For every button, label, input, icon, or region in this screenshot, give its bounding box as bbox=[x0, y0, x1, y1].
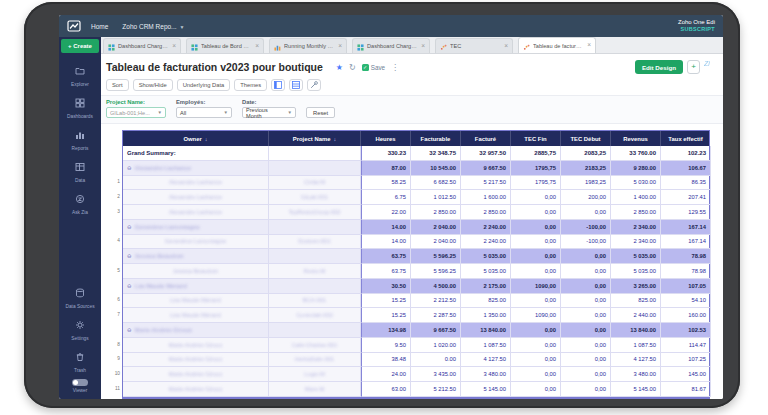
sidebar-item-explorer[interactable]: Explorer bbox=[59, 62, 101, 87]
column-header-revenus[interactable]: Revenus bbox=[611, 131, 661, 146]
value-cell: 1 087.50 bbox=[461, 338, 511, 353]
column-header-owner[interactable]: Owner↓ bbox=[123, 131, 269, 146]
value-cell: 86.35 bbox=[661, 176, 711, 191]
create-button[interactable]: + Create bbox=[61, 39, 99, 53]
save-button[interactable]: ✓ Save bbox=[362, 64, 385, 71]
column-header-tec-fin[interactable]: TEC Fin bbox=[511, 131, 561, 146]
close-icon[interactable]: × bbox=[504, 43, 508, 50]
add-button[interactable]: + bbox=[687, 60, 700, 74]
more-options-icon[interactable]: ⋮ bbox=[391, 63, 399, 72]
dashboard-icon bbox=[191, 37, 198, 55]
table-view-button[interactable] bbox=[289, 79, 303, 91]
employee-filter-select[interactable]: All▼ bbox=[176, 107, 232, 118]
value-cell: -100,00 bbox=[561, 220, 611, 235]
close-icon[interactable]: × bbox=[587, 42, 591, 49]
row-number-gutter-cell bbox=[109, 130, 122, 145]
close-icon[interactable]: × bbox=[172, 43, 176, 50]
value-cell: 14.00 bbox=[361, 220, 411, 235]
owner-name: Léa Maude Ménard bbox=[170, 312, 220, 318]
column-header-project-name[interactable]: Project Name↓ bbox=[269, 131, 361, 146]
bar-chart-icon bbox=[274, 37, 281, 55]
owner-cell: ⊖Léa Maude Ménard bbox=[123, 279, 269, 294]
sidebar-item-ask-zia[interactable]: Ask Zia bbox=[59, 190, 101, 215]
subscription-link[interactable]: SUBSCRIPT bbox=[678, 26, 715, 33]
project-filter-select[interactable]: GILab-001;He...▼ bbox=[106, 107, 166, 118]
sidebar-item-data[interactable]: Data bbox=[59, 158, 101, 183]
sidebar-item-reports[interactable]: Reports bbox=[59, 126, 101, 151]
project-name: Resto-M bbox=[304, 268, 326, 274]
sort-descending-icon[interactable]: ↓ bbox=[205, 136, 208, 142]
row-number-gutter-cell bbox=[109, 219, 122, 234]
value-cell: 106.67 bbox=[661, 161, 711, 176]
value-cell: 15.25 bbox=[361, 294, 411, 309]
column-header-heures[interactable]: Heures bbox=[361, 131, 411, 146]
group-summary-row: ⊖Jessica Beaudoin63.755 596.255 035.000,… bbox=[123, 249, 709, 264]
value-cell: 0,00 bbox=[511, 382, 561, 397]
value-cell: 4 127.50 bbox=[461, 353, 511, 368]
date-filter-select[interactable]: Previous Month▼ bbox=[242, 107, 296, 118]
sidebar-item-trash[interactable]: Trash bbox=[59, 348, 101, 373]
sidebar-item-label: Trash bbox=[74, 368, 86, 373]
value-cell: 15.25 bbox=[361, 308, 411, 323]
tab-3[interactable]: Running Monthly Eff...× bbox=[269, 38, 347, 53]
sidebar-item-settings[interactable]: Settings bbox=[59, 316, 101, 341]
workspace-switcher[interactable]: Zoho CRM Repo...▼ bbox=[122, 23, 184, 30]
tab-5[interactable]: TEC× bbox=[435, 38, 513, 53]
sort-button[interactable]: Sort bbox=[106, 79, 129, 91]
row-number: 4 bbox=[109, 234, 122, 249]
close-icon[interactable]: × bbox=[255, 43, 259, 50]
main-area: Dashboard Chargé d...×Tableau de Bord Em… bbox=[101, 37, 723, 399]
viewer-toggle[interactable]: Viewer bbox=[72, 379, 88, 393]
zia-icon[interactable]: Zi bbox=[704, 60, 713, 74]
freeze-columns-button[interactable] bbox=[271, 79, 285, 91]
column-header-tec-début[interactable]: TEC Début bbox=[561, 131, 611, 146]
collapse-group-icon[interactable]: ⊖ bbox=[127, 224, 132, 230]
page: Home Zoho CRM Repo...▼ Zoho One Edi SUBS… bbox=[0, 0, 768, 415]
value-cell: 0,00 bbox=[561, 308, 611, 323]
value-cell: 160.00 bbox=[661, 308, 711, 323]
column-header-taux-effectif[interactable]: Taux effectif bbox=[661, 131, 711, 146]
value-cell: 0,00 bbox=[561, 279, 611, 294]
value-cell: 5 596.25 bbox=[411, 264, 461, 279]
value-cell: 1 400.00 bbox=[611, 190, 661, 205]
row-number: 1 bbox=[109, 175, 122, 190]
project-name: Logic-M bbox=[304, 371, 325, 377]
collapse-group-icon[interactable]: ⊖ bbox=[127, 327, 132, 333]
tab-4[interactable]: Dashboard Chargé w...× bbox=[352, 38, 430, 53]
collapse-group-icon[interactable]: ⊖ bbox=[127, 283, 132, 289]
value-cell: 5 030.00 bbox=[611, 176, 661, 191]
column-header-facturable[interactable]: Facturable bbox=[411, 131, 461, 146]
column-header-facturé[interactable]: Facturé bbox=[461, 131, 511, 146]
show-hide-button[interactable]: Show/Hide bbox=[133, 79, 173, 91]
value-cell: 9 280.00 bbox=[611, 161, 661, 176]
sidebar-item-data-sources[interactable]: Data Sources bbox=[59, 284, 101, 309]
themes-button[interactable]: Themes bbox=[234, 79, 267, 91]
collapse-group-icon[interactable]: ⊖ bbox=[127, 253, 132, 259]
collapse-group-icon[interactable]: ⊖ bbox=[127, 165, 132, 171]
value-cell: 2 240.00 bbox=[461, 235, 511, 250]
sort-descending-icon[interactable]: ↓ bbox=[333, 136, 336, 142]
tab-6[interactable]: Tableau de facturatio...× bbox=[518, 37, 596, 53]
value-cell: 0,00 bbox=[511, 367, 561, 382]
reset-filters-button[interactable]: Reset bbox=[306, 107, 335, 118]
row-number-gutter-cell bbox=[109, 145, 122, 160]
nav-home[interactable]: Home bbox=[91, 23, 108, 30]
trash-icon bbox=[75, 348, 85, 366]
underlying-data-button[interactable]: Underlying Data bbox=[177, 79, 231, 91]
tools-button[interactable] bbox=[307, 79, 321, 91]
close-icon[interactable]: × bbox=[421, 43, 425, 50]
close-icon[interactable]: × bbox=[338, 43, 342, 50]
row-number-gutter-cell bbox=[109, 322, 122, 337]
value-cell: 1 020.00 bbox=[411, 338, 461, 353]
tab-1[interactable]: Dashboard Chargé d...× bbox=[103, 38, 181, 53]
owner-name: Alexandre Lachance bbox=[169, 194, 222, 200]
tab-2[interactable]: Tableau de Bord Emp...× bbox=[186, 38, 264, 53]
owner-name: Marie-Andrée Giroux bbox=[169, 386, 223, 392]
sidebar-item-dashboards[interactable]: Dashboards bbox=[59, 94, 101, 119]
toggle-pill-icon[interactable] bbox=[72, 379, 88, 386]
data-sources-icon bbox=[75, 284, 85, 302]
favorite-star-icon[interactable]: ★ bbox=[336, 63, 343, 72]
owner-name: Marie-Andrée Giroux bbox=[135, 327, 192, 333]
edit-design-button[interactable]: Edit Design bbox=[635, 60, 683, 74]
refresh-icon[interactable]: ↻ bbox=[349, 63, 356, 72]
